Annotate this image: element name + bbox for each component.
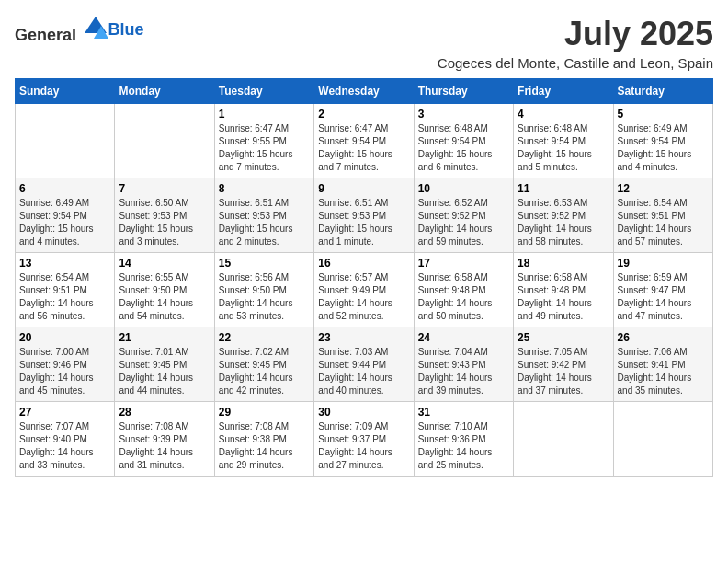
day-info: Sunrise: 7:06 AM Sunset: 9:41 PM Dayligh… (618, 346, 709, 397)
calendar-day-cell: 29Sunrise: 7:08 AM Sunset: 9:38 PM Dayli… (214, 402, 313, 477)
day-info: Sunrise: 7:04 AM Sunset: 9:43 PM Dayligh… (418, 346, 509, 397)
calendar-table: SundayMondayTuesdayWednesdayThursdayFrid… (15, 78, 713, 477)
calendar-header-cell: Thursday (414, 79, 513, 104)
calendar-day-cell: 27Sunrise: 7:07 AM Sunset: 9:40 PM Dayli… (16, 402, 115, 477)
calendar-day-cell: 11Sunrise: 6:53 AM Sunset: 9:52 PM Dayli… (514, 178, 613, 253)
location-title: Cogeces del Monte, Castille and Leon, Sp… (438, 55, 713, 71)
calendar-header-cell: Monday (115, 79, 214, 104)
day-info: Sunrise: 7:08 AM Sunset: 9:38 PM Dayligh… (219, 420, 310, 472)
day-info: Sunrise: 7:03 AM Sunset: 9:44 PM Dayligh… (318, 346, 409, 397)
day-number: 29 (219, 406, 310, 419)
day-info: Sunrise: 7:00 AM Sunset: 9:46 PM Dayligh… (19, 346, 110, 397)
header: General Blue July 2025 Cogeces del Monte… (15, 15, 713, 71)
calendar-week-row: 6Sunrise: 6:49 AM Sunset: 9:54 PM Daylig… (16, 178, 713, 253)
calendar-day-cell: 20Sunrise: 7:00 AM Sunset: 9:46 PM Dayli… (16, 327, 115, 402)
day-info: Sunrise: 6:55 AM Sunset: 9:50 PM Dayligh… (119, 271, 210, 323)
calendar-header-cell: Friday (514, 79, 613, 104)
day-info: Sunrise: 6:59 AM Sunset: 9:47 PM Dayligh… (618, 271, 709, 323)
day-number: 27 (19, 406, 110, 419)
day-info: Sunrise: 6:53 AM Sunset: 9:52 PM Dayligh… (518, 197, 609, 248)
day-number: 15 (219, 257, 310, 270)
day-info: Sunrise: 6:51 AM Sunset: 9:53 PM Dayligh… (318, 197, 409, 248)
day-number: 14 (119, 257, 210, 270)
calendar-day-cell: 13Sunrise: 6:54 AM Sunset: 9:51 PM Dayli… (16, 253, 115, 327)
calendar-header-cell: Sunday (16, 79, 115, 104)
day-info: Sunrise: 7:08 AM Sunset: 9:39 PM Dayligh… (119, 420, 210, 472)
day-number: 25 (518, 331, 609, 344)
day-number: 12 (618, 182, 709, 195)
calendar-day-cell: 15Sunrise: 6:56 AM Sunset: 9:50 PM Dayli… (214, 253, 313, 327)
calendar-body: 1Sunrise: 6:47 AM Sunset: 9:55 PM Daylig… (16, 104, 713, 477)
calendar-day-cell: 4Sunrise: 6:48 AM Sunset: 9:54 PM Daylig… (514, 104, 613, 178)
day-number: 31 (418, 406, 509, 419)
calendar-week-row: 1Sunrise: 6:47 AM Sunset: 9:55 PM Daylig… (16, 104, 713, 178)
calendar-day-cell: 6Sunrise: 6:49 AM Sunset: 9:54 PM Daylig… (16, 178, 115, 253)
day-number: 17 (418, 257, 509, 270)
title-area: July 2025 Cogeces del Monte, Castille an… (438, 15, 713, 71)
calendar-day-cell: 2Sunrise: 6:47 AM Sunset: 9:54 PM Daylig… (314, 104, 414, 178)
calendar-day-cell: 1Sunrise: 6:47 AM Sunset: 9:55 PM Daylig… (214, 104, 313, 178)
calendar-day-cell: 23Sunrise: 7:03 AM Sunset: 9:44 PM Dayli… (314, 327, 414, 402)
day-number: 21 (119, 331, 210, 344)
day-number: 26 (618, 331, 709, 344)
calendar-week-row: 13Sunrise: 6:54 AM Sunset: 9:51 PM Dayli… (16, 253, 713, 327)
day-number: 16 (318, 257, 409, 270)
day-info: Sunrise: 6:58 AM Sunset: 9:48 PM Dayligh… (418, 271, 509, 323)
day-number: 30 (318, 406, 409, 419)
calendar-week-row: 27Sunrise: 7:07 AM Sunset: 9:40 PM Dayli… (16, 402, 713, 477)
day-info: Sunrise: 6:54 AM Sunset: 9:51 PM Dayligh… (618, 197, 709, 248)
calendar-header-row: SundayMondayTuesdayWednesdayThursdayFrid… (16, 79, 713, 104)
calendar-day-cell: 8Sunrise: 6:51 AM Sunset: 9:53 PM Daylig… (214, 178, 313, 253)
day-info: Sunrise: 6:47 AM Sunset: 9:54 PM Dayligh… (318, 122, 409, 174)
day-number: 3 (418, 108, 509, 121)
calendar-day-cell: 7Sunrise: 6:50 AM Sunset: 9:53 PM Daylig… (115, 178, 214, 253)
day-info: Sunrise: 6:48 AM Sunset: 9:54 PM Dayligh… (418, 122, 509, 174)
calendar-day-cell: 28Sunrise: 7:08 AM Sunset: 9:39 PM Dayli… (115, 402, 214, 477)
day-number: 18 (518, 257, 609, 270)
day-info: Sunrise: 7:10 AM Sunset: 9:36 PM Dayligh… (418, 420, 509, 472)
calendar-day-cell: 25Sunrise: 7:05 AM Sunset: 9:42 PM Dayli… (514, 327, 613, 402)
day-number: 24 (418, 331, 509, 344)
day-number: 9 (318, 182, 409, 195)
day-number: 2 (318, 108, 409, 121)
calendar-day-cell: 14Sunrise: 6:55 AM Sunset: 9:50 PM Dayli… (115, 253, 214, 327)
day-info: Sunrise: 7:05 AM Sunset: 9:42 PM Dayligh… (518, 346, 609, 397)
day-info: Sunrise: 6:57 AM Sunset: 9:49 PM Dayligh… (318, 271, 409, 323)
day-number: 10 (418, 182, 509, 195)
day-info: Sunrise: 6:51 AM Sunset: 9:53 PM Dayligh… (219, 197, 310, 248)
calendar-day-cell (16, 104, 115, 178)
calendar-header-cell: Saturday (613, 79, 712, 104)
calendar-day-cell: 21Sunrise: 7:01 AM Sunset: 9:45 PM Dayli… (115, 327, 214, 402)
calendar-day-cell: 26Sunrise: 7:06 AM Sunset: 9:41 PM Dayli… (613, 327, 712, 402)
day-number: 6 (19, 182, 110, 195)
calendar-day-cell: 16Sunrise: 6:57 AM Sunset: 9:49 PM Dayli… (314, 253, 414, 327)
day-number: 20 (19, 331, 110, 344)
day-number: 19 (618, 257, 709, 270)
day-number: 4 (518, 108, 609, 121)
day-info: Sunrise: 6:56 AM Sunset: 9:50 PM Dayligh… (219, 271, 310, 323)
calendar-week-row: 20Sunrise: 7:00 AM Sunset: 9:46 PM Dayli… (16, 327, 713, 402)
day-info: Sunrise: 6:52 AM Sunset: 9:52 PM Dayligh… (418, 197, 509, 248)
calendar-day-cell (115, 104, 214, 178)
calendar-day-cell: 31Sunrise: 7:10 AM Sunset: 9:36 PM Dayli… (414, 402, 513, 477)
day-info: Sunrise: 6:54 AM Sunset: 9:51 PM Dayligh… (19, 271, 110, 323)
day-info: Sunrise: 6:49 AM Sunset: 9:54 PM Dayligh… (618, 122, 709, 174)
day-number: 13 (19, 257, 110, 270)
day-info: Sunrise: 7:09 AM Sunset: 9:37 PM Dayligh… (318, 420, 409, 472)
day-number: 1 (219, 108, 310, 121)
logo-general: General (15, 26, 76, 44)
day-info: Sunrise: 6:48 AM Sunset: 9:54 PM Dayligh… (518, 122, 609, 174)
calendar-day-cell (613, 402, 712, 477)
logo-blue: Blue (108, 20, 144, 39)
calendar-day-cell: 9Sunrise: 6:51 AM Sunset: 9:53 PM Daylig… (314, 178, 414, 253)
calendar-header-cell: Wednesday (314, 79, 414, 104)
calendar-header-cell: Tuesday (214, 79, 313, 104)
day-info: Sunrise: 7:07 AM Sunset: 9:40 PM Dayligh… (19, 420, 110, 472)
calendar-day-cell (514, 402, 613, 477)
calendar-day-cell: 10Sunrise: 6:52 AM Sunset: 9:52 PM Dayli… (414, 178, 513, 253)
calendar-day-cell: 22Sunrise: 7:02 AM Sunset: 9:45 PM Dayli… (214, 327, 313, 402)
month-title: July 2025 (438, 15, 713, 53)
day-number: 7 (119, 182, 210, 195)
calendar-day-cell: 24Sunrise: 7:04 AM Sunset: 9:43 PM Dayli… (414, 327, 513, 402)
day-info: Sunrise: 7:01 AM Sunset: 9:45 PM Dayligh… (119, 346, 210, 397)
